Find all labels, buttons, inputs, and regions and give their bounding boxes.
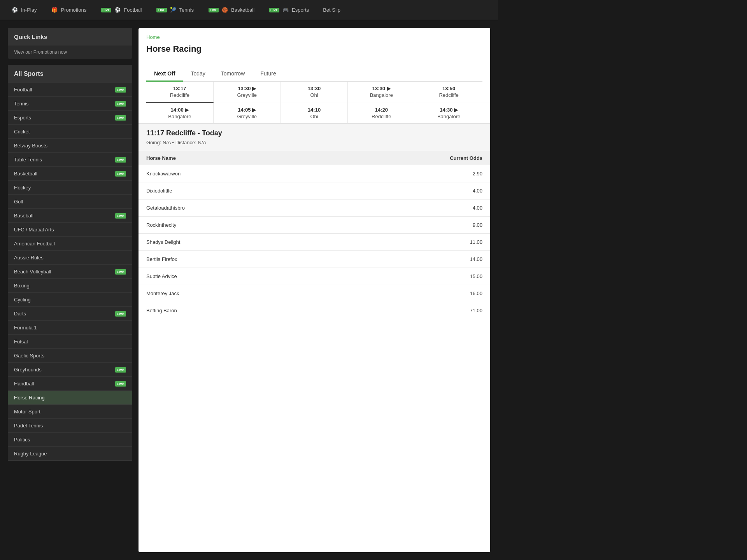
- tab-future[interactable]: Future: [253, 66, 284, 82]
- horse-row[interactable]: Dixiedolittle4.00: [139, 182, 490, 200]
- race-time-14:05-Greyville[interactable]: 14:05 ▶Greyville: [214, 103, 281, 123]
- race-venue: Greyville: [217, 114, 277, 119]
- sport-label: Gaelic Sports: [14, 353, 44, 359]
- sport-label: Padel Tennis: [14, 423, 43, 429]
- sport-label: Table Tennis: [14, 157, 42, 163]
- horse-row[interactable]: Rockinthecity9.00: [139, 217, 490, 234]
- live-badge: LIVE: [115, 213, 126, 219]
- horse-row[interactable]: Betting Baron71.00: [139, 302, 490, 319]
- nav-football-label: Football: [124, 7, 142, 13]
- sidebar-item-esports[interactable]: EsportsLIVE: [8, 111, 132, 125]
- race-time-13:30-Ohi[interactable]: 13:30Ohi: [281, 82, 348, 103]
- sidebar-item-gaelic-sports[interactable]: Gaelic Sports: [8, 349, 132, 363]
- sidebar-item-horse-racing[interactable]: Horse Racing: [8, 391, 132, 405]
- nav-tennis[interactable]: LIVE 🎾 Tennis: [149, 0, 201, 20]
- race-time-14:30-Bangalore[interactable]: 14:30 ▶Bangalore: [415, 103, 482, 123]
- sidebar-item-cycling[interactable]: Cycling: [8, 293, 132, 307]
- sidebar-item-darts[interactable]: DartsLIVE: [8, 307, 132, 321]
- horse-name: Knockawarwon: [146, 171, 181, 177]
- sidebar-item-aussie-rules[interactable]: Aussie Rules: [8, 251, 132, 265]
- sidebar-item-boxing[interactable]: Boxing: [8, 279, 132, 293]
- sidebar-item-hockey[interactable]: Hockey: [8, 181, 132, 195]
- horse-row[interactable]: Getaloadathisbro4.00: [139, 200, 490, 217]
- race-time: 14:00 ▶: [149, 107, 210, 113]
- nav-bet-slip[interactable]: Bet Slip: [316, 0, 347, 20]
- horse-row[interactable]: Subtle Advice15.00: [139, 268, 490, 285]
- esports-icon: 🎮: [282, 6, 289, 14]
- race-time: 13:17: [149, 86, 210, 91]
- page-title: Horse Racing: [146, 44, 482, 54]
- race-time-14:20-Redcliffe[interactable]: 14:20Redcliffe: [348, 103, 415, 123]
- sport-label: Greyhounds: [14, 367, 42, 373]
- sidebar-item-rugby-league[interactable]: Rugby League: [8, 447, 132, 461]
- sport-label: Rugby League: [14, 451, 47, 457]
- sidebar-item-ufc[interactable]: UFC / Martial Arts: [8, 223, 132, 237]
- race-venue: Ohi: [284, 114, 345, 119]
- race-time-13:30-Bangalore[interactable]: 13:30 ▶Bangalore: [348, 82, 415, 103]
- tab-tomorrow[interactable]: Tomorrow: [213, 66, 253, 82]
- horse-odds: 11.00: [470, 239, 482, 245]
- sidebar-item-cricket[interactable]: Cricket: [8, 125, 132, 139]
- sidebar-item-motor-sport[interactable]: Motor Sport: [8, 405, 132, 419]
- race-time: 13:50: [418, 86, 479, 91]
- nav-promotions[interactable]: 🎁 Promotions: [44, 0, 93, 20]
- race-time-13:17-Redcliffe[interactable]: 13:17Redcliffe: [146, 82, 214, 103]
- horse-odds: 4.00: [473, 188, 482, 194]
- sidebar-item-betway-boosts[interactable]: Betway Boosts: [8, 139, 132, 153]
- sport-label: Formula 1: [14, 325, 37, 331]
- nav-tennis-label: Tennis: [179, 7, 194, 13]
- sidebar-item-futsal[interactable]: Futsal: [8, 335, 132, 349]
- live-badge-tennis: LIVE: [156, 8, 167, 12]
- race-venue: Redcliffe: [418, 92, 479, 98]
- sidebar-item-golf[interactable]: Golf: [8, 195, 132, 209]
- col-current-odds: Current Odds: [450, 155, 482, 161]
- tennis-icon: 🎾: [169, 6, 177, 14]
- in-play-icon: ⚽: [11, 6, 19, 14]
- sidebar-item-tennis[interactable]: TennisLIVE: [8, 97, 132, 111]
- sidebar-item-american-football[interactable]: American Football: [8, 237, 132, 251]
- horse-name: Shadys Delight: [146, 239, 180, 245]
- sport-label: Futsal: [14, 339, 28, 345]
- nav-esports[interactable]: LIVE 🎮 Esports: [261, 0, 316, 20]
- race-time-14:00-Bangalore[interactable]: 14:00 ▶Bangalore: [146, 103, 214, 123]
- sidebar-item-football[interactable]: FootballLIVE: [8, 83, 132, 97]
- football-icon: ⚽: [114, 6, 121, 14]
- horse-row[interactable]: Knockawarwon2.90: [139, 165, 490, 182]
- horses-list: Knockawarwon2.90Dixiedolittle4.00Getaloa…: [139, 165, 490, 319]
- live-badge: LIVE: [115, 269, 126, 275]
- race-time-grid-row2: 14:00 ▶Bangalore14:05 ▶Greyville14:10Ohi…: [139, 103, 490, 124]
- horse-odds: 4.00: [473, 205, 482, 211]
- sidebar-item-beach-volleyball[interactable]: Beach VolleyballLIVE: [8, 265, 132, 279]
- nav-football[interactable]: LIVE ⚽ Football: [93, 0, 149, 20]
- sidebar-item-formula-1[interactable]: Formula 1: [8, 321, 132, 335]
- sidebar-item-basketball[interactable]: BasketballLIVE: [8, 167, 132, 181]
- sidebar-item-padel-tennis[interactable]: Padel Tennis: [8, 419, 132, 433]
- sidebar-item-table-tennis[interactable]: Table TennisLIVE: [8, 153, 132, 167]
- sport-label: Beach Volleyball: [14, 269, 51, 275]
- race-time: 14:20: [351, 107, 412, 113]
- sidebar-item-baseball[interactable]: BaseballLIVE: [8, 209, 132, 223]
- race-venue: Redcliffe: [351, 114, 412, 119]
- nav-in-play[interactable]: ⚽ In-Play: [4, 0, 44, 20]
- nav-basketball[interactable]: LIVE 🏀 Basketball: [201, 0, 261, 20]
- tab-today[interactable]: Today: [183, 66, 213, 82]
- race-meta: Going: N/A • Distance: N/A: [146, 140, 482, 145]
- basketball-icon: 🏀: [221, 6, 229, 14]
- sidebar-item-handball[interactable]: HandballLIVE: [8, 377, 132, 391]
- horse-row[interactable]: Shadys Delight11.00: [139, 234, 490, 251]
- race-time-13:30-Greyville[interactable]: 13:30 ▶Greyville: [214, 82, 281, 103]
- race-time-14:10-Ohi[interactable]: 14:10Ohi: [281, 103, 348, 123]
- sidebar-item-politics[interactable]: Politics: [8, 433, 132, 447]
- content-inner: Home Horse Racing: [139, 28, 490, 66]
- live-badge: LIVE: [115, 171, 126, 177]
- sport-label: Esports: [14, 115, 31, 121]
- race-time-13:50-Redcliffe[interactable]: 13:50Redcliffe: [415, 82, 482, 103]
- tab-next-off[interactable]: Next Off: [146, 66, 183, 82]
- horse-row[interactable]: Bertils Firefox14.00: [139, 251, 490, 268]
- race-time-grid-row1: 13:17Redcliffe13:30 ▶Greyville13:30Ohi13…: [139, 82, 490, 103]
- breadcrumb[interactable]: Home: [146, 34, 482, 40]
- race-venue: Bangalore: [149, 114, 210, 119]
- quick-links-title: Quick Links: [8, 28, 132, 46]
- sidebar-item-greyhounds[interactable]: GreyhoundsLIVE: [8, 363, 132, 377]
- horse-row[interactable]: Monterey Jack16.00: [139, 285, 490, 302]
